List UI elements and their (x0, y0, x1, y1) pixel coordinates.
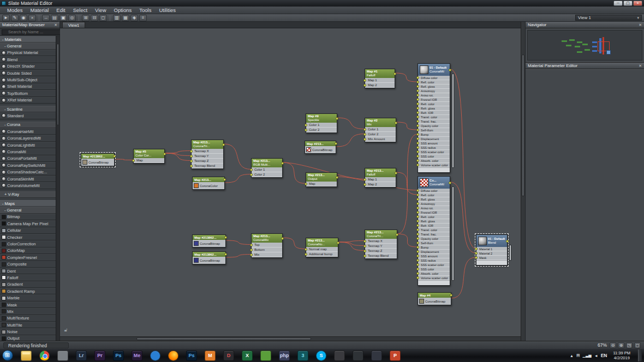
layout-children-icon[interactable]: ⊟ (91, 15, 98, 21)
input-socket[interactable] (416, 111, 419, 114)
input-socket[interactable] (416, 242, 419, 244)
tree-section[interactable]: - Materials (0, 36, 56, 43)
input-socket[interactable] (416, 207, 419, 209)
node-fal2[interactable]: Map #213...FalloffMap 1Map 2 (365, 168, 396, 188)
input-socket[interactable] (250, 254, 253, 256)
canvas-vscrollbar[interactable] (521, 22, 525, 341)
tree-item-coronavolumemtl[interactable]: CoronaVolumeMtl (0, 182, 56, 189)
tree-item-directx-shader[interactable]: DirectX Shader (0, 63, 56, 70)
taskbar-gray-app[interactable] (57, 351, 68, 361)
output-socket[interactable] (449, 69, 451, 71)
input-socket[interactable] (416, 89, 419, 92)
taskbar-google-chrome[interactable] (39, 351, 50, 361)
volume-icon[interactable]: ◄ (594, 354, 598, 358)
input-socket[interactable] (363, 178, 366, 181)
input-socket[interactable] (416, 215, 419, 218)
node-cmix[interactable]: Map #213...CoronaMixTopBottomMix (251, 233, 283, 258)
taskbar-mail-app[interactable]: M (205, 351, 216, 361)
tree-item-falloff[interactable]: Falloff (0, 274, 56, 281)
tree-item-gradient-ramp[interactable]: Gradient Ramp (0, 288, 56, 294)
input-socket[interactable] (416, 81, 419, 83)
input-socket[interactable] (416, 259, 419, 262)
input-socket[interactable] (416, 246, 419, 249)
move-children-icon[interactable]: ↔ (42, 15, 50, 21)
menu-tools[interactable]: Tools (135, 7, 155, 14)
output-socket[interactable] (281, 162, 284, 165)
node-bmpM[interactable]: Map #4CoronaBitmap (418, 292, 451, 305)
input-socket[interactable] (416, 142, 419, 144)
node-bmpL[interactable]: Map #213862...CoronaBitmap (81, 153, 115, 166)
node-bmp2[interactable]: Map #213862...CoronaBitmap (192, 251, 226, 264)
select-by-material-icon[interactable]: ◈ (130, 15, 138, 21)
input-socket[interactable] (305, 129, 307, 131)
menu-select[interactable]: Select (69, 7, 91, 14)
input-socket[interactable] (416, 116, 419, 118)
node-spk[interactable]: Map #9SpeckleColor 1Color 2 (306, 113, 337, 133)
input-socket[interactable] (416, 124, 419, 127)
maximize-button[interactable]: ▢ (623, 1, 633, 6)
zoom-extents-icon[interactable]: ◻ (99, 15, 107, 21)
zoom-region-icon[interactable]: ◳ (626, 342, 633, 348)
zoom-out-icon[interactable]: ⊖ (610, 342, 616, 348)
output-socket[interactable] (113, 155, 116, 158)
tree-item-colormap[interactable]: ColorMap (0, 248, 56, 254)
tab-view1[interactable]: View1 (62, 22, 85, 28)
input-socket[interactable] (416, 202, 419, 205)
input-socket[interactable] (363, 183, 366, 186)
input-socket[interactable] (416, 233, 419, 236)
output-socket[interactable] (450, 294, 452, 297)
taskbar-clock[interactable]: 11:39 PM 4/2/2019 (610, 351, 634, 360)
tree-item-camera-map-per-pixel[interactable]: Camera Map Per Pixel (0, 220, 56, 227)
taskbar-adobe-photoshop[interactable]: Ps (113, 351, 124, 361)
tree-item-mask[interactable]: Mask (0, 301, 56, 308)
menu-edit[interactable]: Edit (52, 7, 69, 14)
assign-material-icon[interactable]: ◉ (20, 15, 27, 21)
hide-unused-slots-icon[interactable]: ▤ (51, 15, 58, 21)
input-socket[interactable] (416, 137, 419, 140)
input-socket[interactable] (190, 165, 193, 167)
node-rgbm[interactable]: Map #213...RGB Multi...Color 1Color 2 (251, 158, 283, 178)
tree-item-standard[interactable]: Standard (0, 112, 56, 119)
tree-group[interactable]: + V-Ray (0, 191, 56, 198)
tree-item-coronashadowcatc-[interactable]: CoronaShadowCatc... (0, 168, 56, 175)
navigator-minimap[interactable] (527, 30, 642, 61)
start-button[interactable] (2, 350, 13, 361)
input-socket[interactable] (416, 189, 419, 192)
menu-options[interactable]: Options (110, 7, 136, 14)
tree-item-top-bottom[interactable]: Top/Bottom (0, 90, 56, 96)
tree-item-composite[interactable]: Composite (0, 261, 56, 268)
tree-item-physical-material[interactable]: Physical Material (0, 50, 56, 56)
taskbar-mouse-app[interactable] (334, 351, 345, 361)
tree-item-double-sided[interactable]: Double Sided (0, 70, 56, 76)
maximize-view-icon[interactable]: ◻ (634, 342, 641, 348)
output-socket[interactable] (393, 73, 396, 75)
input-socket[interactable] (250, 168, 253, 171)
input-socket[interactable] (132, 159, 135, 162)
parameter-editor-icon[interactable]: ▦ (122, 15, 129, 21)
input-socket[interactable] (416, 198, 419, 201)
select-tool-icon[interactable]: ► (2, 15, 10, 21)
tree-item-cellular[interactable]: Cellular (0, 227, 56, 234)
tree-item-xref-material[interactable]: XRef Material (0, 97, 56, 104)
material-map-browser-icon[interactable]: ▥ (113, 15, 121, 21)
menu-utilities[interactable]: Utilities (155, 7, 180, 14)
tree-item-coronalayeredmtl[interactable]: CoronaLayeredMtl (0, 135, 56, 141)
taskbar-grid-app[interactable] (353, 351, 363, 361)
close-navigator-icon[interactable]: ✕ (639, 23, 642, 27)
taskbar-skype[interactable]: S (316, 351, 326, 361)
input-socket[interactable] (416, 155, 419, 158)
tree-item-checker[interactable]: Checker (0, 234, 56, 240)
input-socket[interactable] (363, 255, 366, 257)
input-socket[interactable] (305, 253, 307, 256)
pick-material-icon[interactable]: ✎ (11, 15, 19, 21)
tree-item-multitile[interactable]: MultiTile (0, 322, 56, 328)
parameter-editor-header[interactable]: Material Parameter Editor ✕ (526, 63, 644, 69)
tree-item-noise[interactable]: Noise (0, 328, 56, 335)
input-socket[interactable] (363, 84, 366, 87)
tree-item-gradient[interactable]: Gradient (0, 281, 56, 288)
input-socket[interactable] (363, 240, 366, 243)
tree-item-coronarayswitchmtl[interactable]: CoronaRaySwitchMtl (0, 162, 56, 168)
output-socket[interactable] (336, 117, 338, 120)
browser-panel-header[interactable]: Material/Map Browser ✕ (0, 22, 59, 28)
output-socket[interactable] (396, 233, 398, 236)
